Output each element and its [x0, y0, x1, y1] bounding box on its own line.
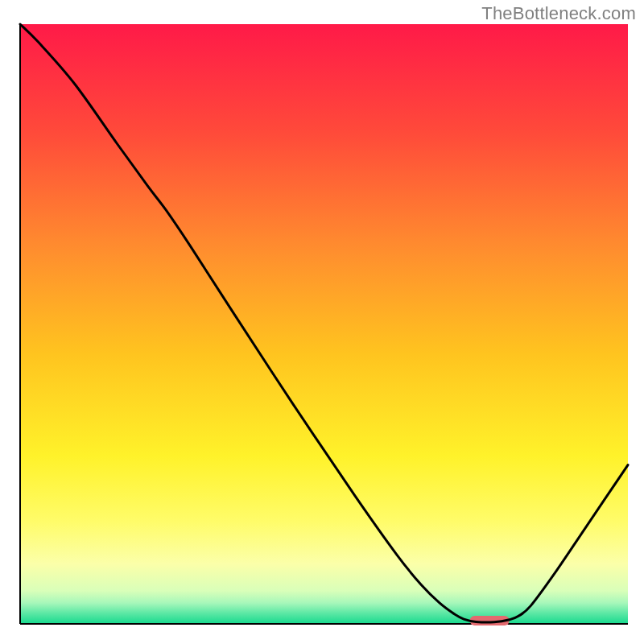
- chart-svg: [0, 0, 644, 644]
- chart-container: { "watermark": "TheBottleneck.com", "cha…: [0, 0, 644, 644]
- watermark-text: TheBottleneck.com: [481, 3, 636, 24]
- gradient-background: [20, 24, 628, 624]
